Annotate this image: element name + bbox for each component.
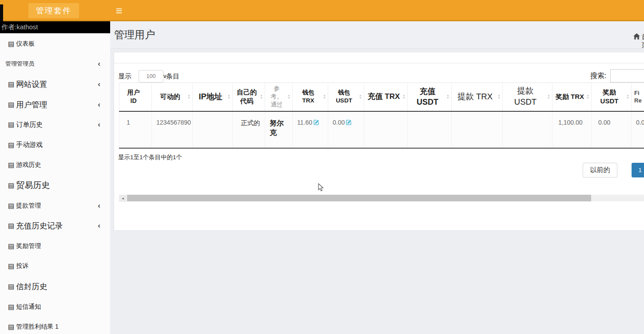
chevron-left-icon: ‹ [98, 221, 100, 230]
sidebar-nav: ▤ 仪表板 管理管理员 ‹ ▤ 网站设置 ‹ ▤ 用户管理 ‹ ▤ 订单历史 ‹… [0, 33, 110, 334]
sort-icon: ▲▼ [227, 94, 231, 99]
table-row: 1 1234567890 正式的 努尔克 11.60 0.00 [119, 111, 644, 148]
sidebar-item-order-history[interactable]: ▤ 订单历史 ‹ [0, 114, 110, 135]
users-table: 用户ID 可动的 ▲▼ IP地址 ▲▼ 自己的代码 ▲▼ [119, 83, 644, 149]
col-header-wallet-trx[interactable]: 钱包TRX ▲▼ [293, 83, 328, 111]
sidebar-item-sms-notifications[interactable]: ▤ 短信通知 [0, 297, 110, 317]
edit-icon[interactable] [313, 119, 320, 127]
sidebar-item-envelope-history[interactable]: ▤ 信封历史 [0, 276, 110, 297]
sort-icon: ▲▼ [497, 94, 501, 99]
col-header-referred-by[interactable]: 参考。通过 ▲▼ [265, 83, 293, 111]
search-label: 搜索: [590, 71, 606, 81]
cell-reward-usdt: 0.00 [592, 111, 632, 148]
search-control: 搜索: [590, 69, 644, 83]
col-header-recharge-usdt[interactable]: 充值USDT ▲▼ [408, 83, 452, 111]
col-header-first-recharge[interactable]: FiRe ▲▼ [632, 83, 644, 111]
horizontal-scrollbar-track[interactable] [127, 195, 644, 201]
sidebar-item-withdrawal-management[interactable]: ▤ 提款管理 ‹ [0, 196, 110, 216]
col-header-own-code[interactable]: 自己的代码 ▲▼ [233, 83, 265, 111]
sidebar-item-label: 贸易历史 [16, 180, 50, 191]
sort-icon: ▲▼ [626, 94, 629, 99]
col-header-reward-trx[interactable]: 奖励 TRX ▲▼ [553, 83, 592, 111]
sidebar-item-site-settings[interactable]: ▤ 网站设置 ‹ [0, 74, 110, 94]
col-header-active[interactable]: 可动的 ▲▼ [152, 83, 193, 111]
list-icon: ▤ [8, 202, 14, 210]
sort-icon: ▲▼ [586, 94, 589, 99]
sidebar-item-label: 订单历史 [16, 121, 43, 129]
col-header-reward-usdt[interactable]: 奖励USDT ▲▼ [592, 83, 632, 111]
col-header-user-id[interactable]: 用户ID [119, 83, 152, 111]
list-icon: ▤ [8, 303, 14, 311]
list-icon: ▤ [8, 283, 14, 291]
previous-page-button[interactable]: 以前的 [583, 163, 617, 177]
length-control: 显示 100 ∨ 条目 [118, 70, 179, 83]
breadcrumb-home-label[interactable]: 首页 [641, 33, 644, 49]
cell-own-code: 正式的 [233, 111, 265, 148]
pagination: 以前的 1 [583, 163, 644, 177]
sidebar-item-recharge-history[interactable]: ▤ 充值历史记录 ‹ [0, 216, 110, 236]
sort-icon: ▲▼ [260, 94, 263, 99]
list-icon: ▤ [8, 80, 14, 88]
sidebar-item-manage-win-results[interactable]: ▤ 管理胜利结果 1 [0, 317, 110, 334]
sidebar-item-label: 仪表板 [16, 40, 35, 48]
col-header-wallet-usdt[interactable]: 钱包USDT ▲▼ [328, 83, 364, 111]
sidebar-item-complaints[interactable]: ▤ 投诉 [0, 256, 110, 277]
show-label: 显示 [118, 72, 131, 81]
sidebar-item-label: 网站设置 [16, 79, 47, 90]
sidebar-item-reward-management[interactable]: ▤ 奖励管理 [0, 236, 110, 256]
cell-user-id: 1 [119, 111, 152, 148]
home-icon[interactable] [633, 33, 640, 40]
chevron-left-icon: ‹ [98, 80, 100, 89]
sort-icon: ▲▼ [402, 94, 405, 99]
sort-icon: ▲▼ [287, 94, 290, 99]
cell-wallet-trx: 11.60 [293, 111, 328, 148]
page-1-button[interactable]: 1 [632, 163, 644, 177]
cell-ip [193, 111, 233, 148]
search-input[interactable] [610, 69, 644, 83]
list-icon: ▤ [8, 323, 14, 331]
edit-icon[interactable] [346, 119, 352, 127]
hamburger-menu-icon[interactable]: ≡ [112, 3, 126, 19]
list-icon: ▤ [8, 121, 14, 129]
sort-icon: ▲▼ [446, 94, 449, 99]
sort-icon: ▲▼ [547, 94, 550, 99]
cell-wallet-usdt: 0.00 [328, 111, 364, 148]
list-icon: ▤ [8, 141, 14, 149]
sidebar-item-user-management[interactable]: ▤ 用户管理 ‹ [0, 94, 110, 115]
sidebar-item-manual-game[interactable]: ▤ 手动游戏 [0, 135, 110, 155]
horizontal-scrollbar-thumb[interactable] [127, 195, 591, 201]
topbar-edge-decoration [0, 4, 3, 21]
content-header: 管理用户 首页 [110, 21, 644, 49]
chevron-left-icon: ‹ [98, 120, 100, 129]
chevron-left-icon: ‹ [98, 59, 100, 68]
sidebar-item-label: 用户管理 [16, 99, 47, 110]
cell-withdraw-trx [452, 111, 503, 148]
page-title: 管理用户 [114, 28, 155, 42]
list-icon: ▤ [8, 262, 14, 270]
top-bar: 管理套件 ≡ [0, 0, 644, 21]
col-header-recharge-trx[interactable]: 充值 TRX ▲▼ [364, 83, 408, 111]
list-icon: ▤ [8, 40, 14, 48]
col-header-withdraw-usdt[interactable]: 提款 USDT ▲▼ [503, 83, 553, 111]
brand-link[interactable]: 管理套件 [28, 3, 79, 18]
col-header-ip[interactable]: IP地址 ▲▼ [193, 83, 233, 111]
col-header-withdraw-trx[interactable]: 提款 TRX ▲▼ [452, 83, 503, 111]
scroll-left-arrow[interactable]: ◂ [119, 195, 127, 202]
sidebar-item-label: 短信通知 [16, 303, 41, 311]
sidebar-item-game-history[interactable]: ▤ 游戏历史 [0, 155, 110, 176]
sidebar-item-label: 充值历史记录 [16, 220, 63, 231]
entries-label: 条目 [166, 72, 179, 81]
sidebar-item-label: 管理胜利结果 1 [16, 323, 59, 331]
list-icon: ▤ [8, 161, 14, 169]
sidebar-item-manage-admins[interactable]: 管理管理员 ‹ [0, 54, 110, 75]
cell-recharge-usdt [408, 111, 452, 148]
sidebar-item-dashboard[interactable]: ▤ 仪表板 [0, 34, 110, 54]
list-icon: ▤ [8, 242, 14, 250]
sidebar-item-trade-history[interactable]: ▤ 贸易历史 [0, 175, 110, 196]
sort-icon: ▲▼ [323, 94, 326, 99]
list-icon: ▤ [8, 181, 14, 189]
length-select[interactable]: 100 ∨ [139, 70, 163, 83]
author-label: 作者:kathost [0, 21, 110, 33]
cell-reward-trx: 1,100.00 [553, 111, 592, 148]
sidebar-item-label: 游戏历史 [16, 161, 41, 169]
